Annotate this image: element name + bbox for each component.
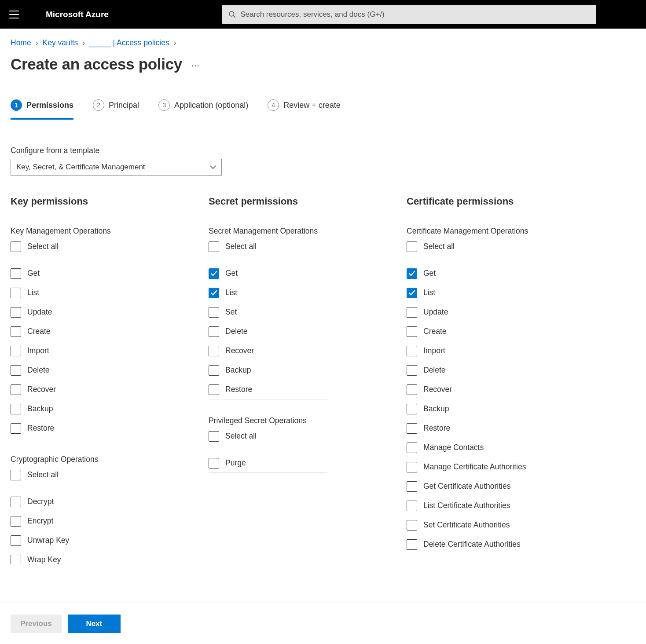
cert-mgmt-selectall[interactable]: Select all bbox=[407, 239, 554, 259]
secret-purge[interactable]: Purge bbox=[209, 454, 327, 473]
checkbox[interactable] bbox=[407, 404, 417, 414]
key-recover[interactable]: Recover bbox=[11, 380, 129, 399]
hamburger-icon[interactable] bbox=[8, 8, 20, 21]
breadcrumb-keyvaults[interactable]: Key vaults bbox=[43, 38, 78, 48]
label: Recover bbox=[27, 385, 56, 394]
checkbox[interactable] bbox=[11, 242, 21, 252]
checkbox[interactable] bbox=[407, 481, 417, 492]
checkbox[interactable] bbox=[407, 346, 417, 356]
key-crypto-selectall[interactable]: Select all bbox=[11, 468, 129, 487]
checkbox[interactable] bbox=[11, 497, 21, 507]
search-input[interactable] bbox=[240, 10, 590, 19]
key-encrypt[interactable]: Encrypt bbox=[11, 512, 129, 531]
checkbox[interactable] bbox=[11, 288, 21, 298]
checkbox[interactable] bbox=[407, 423, 417, 434]
key-list[interactable]: List bbox=[11, 283, 129, 303]
checkbox[interactable] bbox=[209, 346, 219, 356]
template-select[interactable]: Key, Secret, & Certificate Management bbox=[11, 159, 222, 176]
checkbox[interactable] bbox=[11, 346, 21, 356]
checkbox[interactable] bbox=[407, 288, 417, 298]
key-delete[interactable]: Delete bbox=[11, 361, 129, 380]
next-button[interactable]: Next bbox=[68, 615, 121, 633]
cert-manage-ca[interactable]: Manage Certificate Authorities bbox=[407, 457, 554, 477]
more-icon[interactable]: … bbox=[191, 59, 200, 70]
checkbox[interactable] bbox=[11, 516, 21, 527]
checkbox[interactable] bbox=[407, 539, 417, 550]
tab-permissions[interactable]: 1 Permissions bbox=[11, 99, 73, 120]
cert-manage-contacts[interactable]: Manage Contacts bbox=[407, 438, 554, 457]
checkbox[interactable] bbox=[407, 520, 417, 531]
secret-mgmt-selectall[interactable]: Select all bbox=[209, 239, 327, 259]
secret-list[interactable]: List bbox=[209, 283, 327, 303]
key-import[interactable]: Import bbox=[11, 341, 129, 361]
breadcrumb-home[interactable]: Home bbox=[11, 38, 31, 48]
brand[interactable]: Microsoft Azure bbox=[46, 10, 109, 19]
cert-create[interactable]: Create bbox=[407, 322, 554, 341]
checkbox[interactable] bbox=[407, 242, 417, 252]
key-decrypt[interactable]: Decrypt bbox=[11, 492, 129, 512]
checkbox[interactable] bbox=[11, 423, 21, 434]
search-box[interactable] bbox=[222, 5, 596, 24]
checkbox[interactable] bbox=[209, 242, 219, 252]
key-backup[interactable]: Backup bbox=[11, 399, 129, 419]
cert-get-ca[interactable]: Get Certificate Authorities bbox=[407, 477, 554, 496]
secret-restore[interactable]: Restore bbox=[209, 380, 327, 399]
label: Select all bbox=[225, 242, 257, 251]
checkbox[interactable] bbox=[209, 431, 219, 442]
tab-application[interactable]: 3 Application (optional) bbox=[158, 99, 248, 120]
key-wrap[interactable]: Wrap Key bbox=[11, 550, 129, 564]
checkbox[interactable] bbox=[209, 384, 219, 395]
checkbox[interactable] bbox=[407, 326, 417, 337]
cert-import[interactable]: Import bbox=[407, 341, 554, 361]
cert-recover[interactable]: Recover bbox=[407, 380, 554, 399]
key-get[interactable]: Get bbox=[11, 264, 129, 283]
checkbox[interactable] bbox=[407, 268, 417, 279]
cert-restore[interactable]: Restore bbox=[407, 419, 554, 438]
checkbox[interactable] bbox=[407, 384, 417, 395]
secret-set[interactable]: Set bbox=[209, 303, 327, 322]
checkbox[interactable] bbox=[407, 365, 417, 376]
checkbox[interactable] bbox=[209, 326, 219, 337]
secret-get[interactable]: Get bbox=[209, 264, 327, 283]
secret-recover[interactable]: Recover bbox=[209, 341, 327, 361]
checkbox[interactable] bbox=[11, 535, 21, 546]
checkbox[interactable] bbox=[209, 288, 219, 298]
cert-backup[interactable]: Backup bbox=[407, 399, 554, 419]
cert-get[interactable]: Get bbox=[407, 264, 554, 283]
key-update[interactable]: Update bbox=[11, 303, 129, 322]
checkbox[interactable] bbox=[11, 470, 21, 480]
checkbox[interactable] bbox=[407, 443, 417, 453]
checkbox[interactable] bbox=[11, 268, 21, 279]
cert-list-ca[interactable]: List Certificate Authorities bbox=[407, 496, 554, 516]
checkbox[interactable] bbox=[11, 307, 21, 318]
checkbox[interactable] bbox=[407, 307, 417, 318]
checkbox[interactable] bbox=[209, 458, 219, 468]
tab-review[interactable]: 4 Review + create bbox=[268, 99, 341, 120]
key-unwrap[interactable]: Unwrap Key bbox=[11, 531, 129, 550]
checkbox[interactable] bbox=[11, 555, 21, 564]
tab-principal[interactable]: 2 Principal bbox=[93, 99, 139, 120]
checkbox[interactable] bbox=[209, 268, 219, 279]
previous-button[interactable]: Previous bbox=[11, 615, 62, 633]
checkbox[interactable] bbox=[209, 307, 219, 318]
cert-update[interactable]: Update bbox=[407, 303, 554, 322]
checkbox[interactable] bbox=[209, 365, 219, 376]
secret-priv-selectall[interactable]: Select all bbox=[209, 429, 327, 448]
key-restore[interactable]: Restore bbox=[11, 419, 129, 438]
secret-backup[interactable]: Backup bbox=[209, 361, 327, 380]
cert-delete-ca[interactable]: Delete Certificate Authorities bbox=[407, 535, 554, 554]
checkbox[interactable] bbox=[11, 326, 21, 337]
cert-set-ca[interactable]: Set Certificate Authorities bbox=[407, 516, 554, 535]
key-mgmt-selectall[interactable]: Select all bbox=[11, 239, 129, 259]
checkbox[interactable] bbox=[407, 501, 417, 511]
checkbox[interactable] bbox=[407, 462, 417, 472]
cert-list[interactable]: List bbox=[407, 283, 554, 303]
cert-delete[interactable]: Delete bbox=[407, 361, 554, 380]
key-create[interactable]: Create bbox=[11, 322, 129, 341]
checkbox[interactable] bbox=[11, 365, 21, 376]
secret-delete[interactable]: Delete bbox=[209, 322, 327, 341]
checkbox[interactable] bbox=[11, 384, 21, 395]
secret-permissions-heading: Secret permissions bbox=[209, 196, 358, 207]
breadcrumb-resource[interactable]: _____ | Access policies bbox=[89, 38, 169, 48]
checkbox[interactable] bbox=[11, 404, 21, 414]
